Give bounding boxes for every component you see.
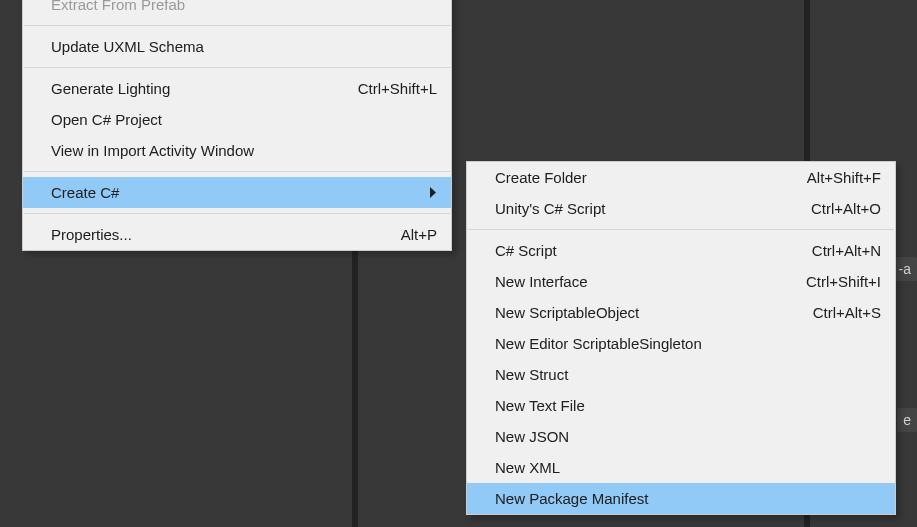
submenu-item-new-text-file[interactable]: New Text File bbox=[467, 390, 895, 421]
background-text-fragment: e bbox=[897, 408, 917, 432]
menu-item-shortcut: Ctrl+Alt+O bbox=[811, 200, 881, 217]
submenu-item-create-folder[interactable]: Create Folder Alt+Shift+F bbox=[467, 162, 895, 193]
menu-item-extract-from-prefab: Extract From Prefab bbox=[23, 0, 451, 20]
menu-item-shortcut: Alt+P bbox=[401, 226, 437, 243]
menu-item-label: New Package Manifest bbox=[495, 490, 881, 507]
menu-item-create-csharp[interactable]: Create C# bbox=[23, 177, 451, 208]
menu-item-shortcut: Ctrl+Alt+N bbox=[812, 242, 881, 259]
menu-separator bbox=[24, 171, 450, 172]
menu-item-label: C# Script bbox=[495, 242, 772, 259]
menu-separator bbox=[468, 229, 894, 230]
menu-item-open-csharp-project[interactable]: Open C# Project bbox=[23, 104, 451, 135]
menu-separator bbox=[24, 67, 450, 68]
menu-item-label: New Interface bbox=[495, 273, 766, 290]
submenu-item-new-editor-scriptablesingleton[interactable]: New Editor ScriptableSingleton bbox=[467, 328, 895, 359]
submenu-item-new-package-manifest[interactable]: New Package Manifest bbox=[467, 483, 895, 514]
menu-item-label: New Text File bbox=[495, 397, 881, 414]
menu-item-update-uxml-schema[interactable]: Update UXML Schema bbox=[23, 31, 451, 62]
menu-separator bbox=[24, 25, 450, 26]
submenu-item-new-struct[interactable]: New Struct bbox=[467, 359, 895, 390]
submenu-item-csharp-script[interactable]: C# Script Ctrl+Alt+N bbox=[467, 235, 895, 266]
submenu-item-new-interface[interactable]: New Interface Ctrl+Shift+I bbox=[467, 266, 895, 297]
menu-item-label: Generate Lighting bbox=[51, 80, 318, 97]
submenu-item-unitys-csharp-script[interactable]: Unity's C# Script Ctrl+Alt+O bbox=[467, 193, 895, 224]
menu-separator bbox=[24, 213, 450, 214]
menu-item-label: New JSON bbox=[495, 428, 881, 445]
menu-item-shortcut: Alt+Shift+F bbox=[807, 169, 881, 186]
menu-item-label: New ScriptableObject bbox=[495, 304, 773, 321]
submenu-item-new-json[interactable]: New JSON bbox=[467, 421, 895, 452]
menu-item-label: Properties... bbox=[51, 226, 361, 243]
menu-item-label: Update UXML Schema bbox=[51, 38, 437, 55]
menu-item-label: Unity's C# Script bbox=[495, 200, 771, 217]
menu-item-shortcut: Ctrl+Shift+I bbox=[806, 273, 881, 290]
menu-item-label: View in Import Activity Window bbox=[51, 142, 437, 159]
menu-item-generate-lighting[interactable]: Generate Lighting Ctrl+Shift+L bbox=[23, 73, 451, 104]
menu-item-view-import-activity[interactable]: View in Import Activity Window bbox=[23, 135, 451, 166]
submenu-item-new-xml[interactable]: New XML bbox=[467, 452, 895, 483]
menu-item-shortcut: Ctrl+Alt+S bbox=[813, 304, 881, 321]
chevron-right-icon bbox=[427, 184, 437, 201]
menu-item-shortcut: Ctrl+Shift+L bbox=[358, 80, 437, 97]
menu-item-label: Create Folder bbox=[495, 169, 767, 186]
context-submenu-create-csharp[interactable]: Create Folder Alt+Shift+F Unity's C# Scr… bbox=[466, 161, 896, 515]
context-menu-main[interactable]: Extract From Prefab Update UXML Schema G… bbox=[22, 0, 452, 251]
submenu-item-new-scriptableobject[interactable]: New ScriptableObject Ctrl+Alt+S bbox=[467, 297, 895, 328]
menu-item-label: Create C# bbox=[51, 184, 419, 201]
menu-item-properties[interactable]: Properties... Alt+P bbox=[23, 219, 451, 250]
menu-item-label: New Struct bbox=[495, 366, 881, 383]
background-text-fragment: -a bbox=[893, 257, 917, 281]
menu-item-label: Extract From Prefab bbox=[51, 0, 437, 13]
menu-item-label: Open C# Project bbox=[51, 111, 437, 128]
menu-item-label: New Editor ScriptableSingleton bbox=[495, 335, 881, 352]
menu-item-label: New XML bbox=[495, 459, 881, 476]
